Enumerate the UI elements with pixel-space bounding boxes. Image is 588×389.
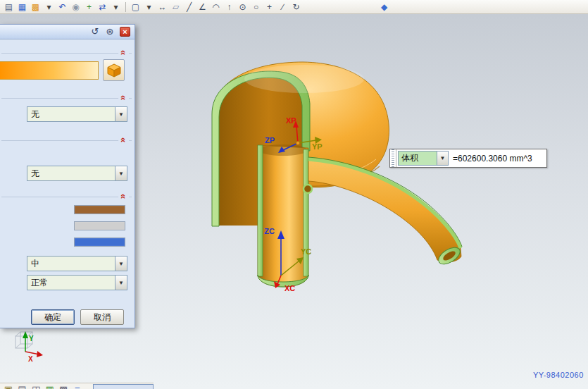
color-gradient-bar[interactable] [0, 61, 99, 80]
taskbar-icon[interactable]: ≡ [70, 383, 85, 389]
line-width-dropdown[interactable]: 中 ▼ [27, 256, 127, 271]
bottom-toolbar: ▣▤◫▥▩≡ [0, 383, 154, 389]
taskbar-icon[interactable]: ▩ [56, 383, 70, 389]
taskbar-icon[interactable]: ▣ [1, 383, 15, 389]
close-icon[interactable]: × [120, 27, 130, 37]
taskbar-icon[interactable]: ◫ [29, 383, 43, 389]
triad-label-y: Y [29, 335, 34, 342]
taskbar-icon[interactable]: ▤ [15, 383, 30, 389]
chevron-down-icon[interactable]: ▼ [437, 152, 448, 165]
line-width-value: 中 [27, 257, 115, 271]
outlet-pipe [308, 159, 461, 262]
line-style-value: 正常 [27, 276, 115, 290]
chevron-down-icon[interactable]: ▼ [115, 166, 127, 180]
volume-measure-box: 体积 ▼ =602600.3060 mm^3 [389, 149, 547, 168]
csys-label-xp: XP [286, 116, 296, 125]
line-style-dropdown[interactable]: 正常 ▼ [27, 275, 127, 290]
section-divider: « [1, 98, 132, 99]
collapse-chevron-icon[interactable]: « [118, 192, 129, 200]
edit-object-display-dialog: ↺ ⊛ × « « 无 ▼ « 无 ▼ [0, 24, 135, 328]
csys-label-zp: ZP [265, 136, 275, 144]
measure-type-label: 体积 [399, 152, 437, 165]
view-orientation-triad: Y X [15, 331, 43, 363]
taskbar-icon[interactable]: ▥ [43, 383, 57, 389]
section-divider: « [1, 140, 132, 141]
taskbar-window-button[interactable] [93, 384, 154, 389]
ok-button[interactable]: 确定 [31, 309, 75, 325]
port-hole [304, 185, 312, 193]
shaded-cube-icon [106, 63, 122, 78]
csys-label-yp: YP [312, 142, 323, 151]
collapse-chevron-icon[interactable]: « [118, 94, 129, 101]
color-swatch-brown[interactable] [74, 205, 125, 214]
option-dropdown-1-value: 无 [27, 107, 115, 121]
color-swatch-gray[interactable] [74, 221, 125, 230]
shaded-cube-button[interactable] [103, 59, 125, 81]
volume-value-field[interactable]: =602600.3060 mm^3 [450, 149, 546, 167]
cad-model[interactable] [212, 62, 463, 287]
option-dropdown-1[interactable]: 无 ▼ [27, 106, 127, 122]
section-divider: « [1, 197, 132, 197]
option-dropdown-2-value: 无 [27, 166, 115, 180]
application-window: ▤▦▩▾↶◉+⇄▾▢▾↔▱╱∠◠↑⊙○+∕↻◆ [0, 0, 588, 389]
option-dropdown-2[interactable]: 无 ▼ [27, 166, 127, 181]
csys-label-xc: XC [284, 284, 295, 292]
chevron-down-icon[interactable]: ▼ [115, 276, 127, 290]
chevron-down-icon[interactable]: ▼ [115, 107, 127, 121]
gear-icon[interactable]: ⊛ [104, 26, 115, 37]
cancel-button[interactable]: 取消 [80, 309, 124, 325]
collapse-chevron-icon[interactable]: « [118, 49, 129, 56]
chevron-down-icon[interactable]: ▼ [115, 257, 127, 271]
section-divider: « [1, 53, 132, 54]
triad-label-x: X [28, 355, 33, 363]
measure-type-select[interactable]: 体积 ▼ [398, 151, 449, 166]
watermark-text: YY-98402060 [533, 371, 584, 379]
collapse-chevron-icon[interactable]: « [118, 136, 129, 144]
reset-icon[interactable]: ↺ [89, 26, 101, 37]
csys-label-yc: YC [301, 247, 311, 256]
volume-box-drag-handle[interactable] [390, 149, 396, 167]
dialog-titlebar[interactable]: ↺ ⊛ × [0, 25, 135, 39]
csys-label-zc: ZC [264, 227, 275, 235]
vertical-tube [258, 145, 308, 287]
color-swatch-blue[interactable] [74, 237, 125, 247]
